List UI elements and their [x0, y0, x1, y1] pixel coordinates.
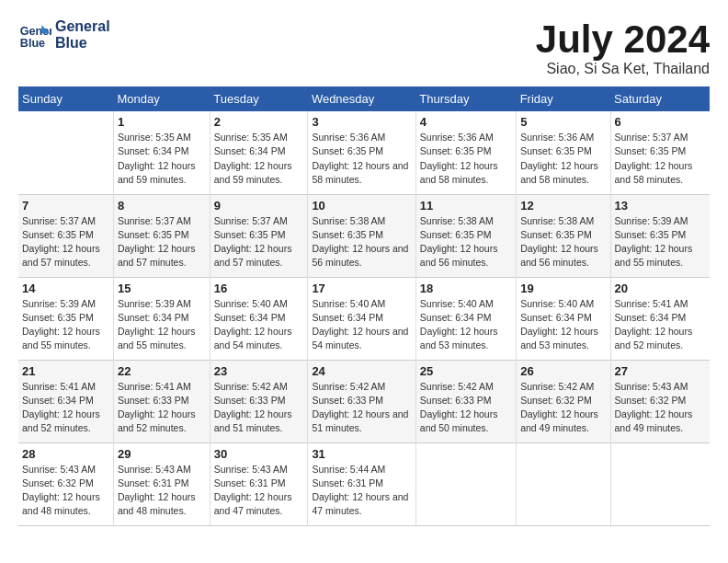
day-number: 8 [118, 199, 206, 213]
calendar-cell: 20Sunrise: 5:41 AMSunset: 6:34 PMDayligh… [610, 277, 710, 360]
header-saturday: Saturday [610, 86, 710, 111]
calendar-cell: 6Sunrise: 5:37 AMSunset: 6:35 PMDaylight… [610, 111, 710, 194]
calendar-cell: 29Sunrise: 5:43 AMSunset: 6:31 PMDayligh… [113, 442, 210, 525]
day-number: 12 [520, 199, 606, 213]
day-info: Sunrise: 5:37 AMSunset: 6:35 PMDaylight:… [118, 214, 206, 270]
header-monday: Monday [113, 86, 210, 111]
day-number: 21 [22, 364, 109, 378]
calendar-week-4: 21Sunrise: 5:41 AMSunset: 6:34 PMDayligh… [18, 360, 710, 442]
calendar-cell [415, 442, 516, 525]
day-info: Sunrise: 5:40 AMSunset: 6:34 PMDaylight:… [312, 297, 411, 353]
calendar-cell [610, 442, 710, 525]
day-number: 9 [214, 199, 304, 213]
header-row: Sunday Monday Tuesday Wednesday Thursday… [18, 86, 710, 111]
calendar-cell: 26Sunrise: 5:42 AMSunset: 6:32 PMDayligh… [517, 360, 610, 442]
day-info: Sunrise: 5:43 AMSunset: 6:31 PMDaylight:… [214, 463, 304, 519]
day-number: 16 [214, 282, 304, 295]
calendar-cell: 2Sunrise: 5:35 AMSunset: 6:34 PMDaylight… [210, 111, 308, 194]
calendar-cell: 7Sunrise: 5:37 AMSunset: 6:35 PMDaylight… [18, 194, 113, 277]
day-number: 30 [214, 447, 304, 461]
day-number: 27 [615, 364, 706, 378]
day-info: Sunrise: 5:42 AMSunset: 6:33 PMDaylight:… [214, 380, 304, 436]
day-info: Sunrise: 5:38 AMSunset: 6:35 PMDaylight:… [420, 214, 512, 270]
calendar-week-3: 14Sunrise: 5:39 AMSunset: 6:35 PMDayligh… [18, 277, 710, 360]
day-number: 4 [420, 115, 512, 129]
calendar-cell: 31Sunrise: 5:44 AMSunset: 6:31 PMDayligh… [308, 442, 415, 525]
day-number: 18 [420, 282, 512, 295]
calendar-cell: 19Sunrise: 5:40 AMSunset: 6:34 PMDayligh… [517, 277, 610, 360]
calendar-cell: 3Sunrise: 5:36 AMSunset: 6:35 PMDaylight… [308, 111, 415, 194]
day-info: Sunrise: 5:38 AMSunset: 6:35 PMDaylight:… [312, 214, 411, 270]
calendar-cell: 21Sunrise: 5:41 AMSunset: 6:34 PMDayligh… [18, 360, 113, 442]
logo: General Blue GeneralBlue [18, 18, 110, 52]
day-number: 29 [118, 447, 206, 461]
day-info: Sunrise: 5:36 AMSunset: 6:35 PMDaylight:… [420, 131, 512, 187]
calendar-cell: 4Sunrise: 5:36 AMSunset: 6:35 PMDaylight… [415, 111, 516, 194]
calendar-cell: 13Sunrise: 5:39 AMSunset: 6:35 PMDayligh… [610, 194, 710, 277]
logo-text: GeneralBlue [55, 18, 110, 52]
day-info: Sunrise: 5:41 AMSunset: 6:34 PMDaylight:… [615, 297, 706, 353]
month-title: July 2024 [536, 18, 710, 61]
page-header: General Blue GeneralBlue July 2024 Siao,… [18, 18, 710, 77]
day-info: Sunrise: 5:41 AMSunset: 6:34 PMDaylight:… [22, 380, 109, 436]
calendar-cell: 8Sunrise: 5:37 AMSunset: 6:35 PMDaylight… [113, 194, 210, 277]
day-number: 19 [520, 282, 606, 295]
day-info: Sunrise: 5:35 AMSunset: 6:34 PMDaylight:… [118, 131, 206, 187]
day-info: Sunrise: 5:42 AMSunset: 6:33 PMDaylight:… [312, 380, 411, 436]
day-info: Sunrise: 5:43 AMSunset: 6:31 PMDaylight:… [118, 463, 206, 519]
day-info: Sunrise: 5:44 AMSunset: 6:31 PMDaylight:… [312, 463, 411, 519]
day-info: Sunrise: 5:37 AMSunset: 6:35 PMDaylight:… [22, 214, 109, 270]
day-info: Sunrise: 5:40 AMSunset: 6:34 PMDaylight:… [520, 297, 606, 353]
calendar-cell: 1Sunrise: 5:35 AMSunset: 6:34 PMDaylight… [113, 111, 210, 194]
calendar-cell: 10Sunrise: 5:38 AMSunset: 6:35 PMDayligh… [308, 194, 415, 277]
day-number: 6 [615, 115, 706, 129]
header-tuesday: Tuesday [210, 86, 308, 111]
header-friday: Friday [517, 86, 610, 111]
day-info: Sunrise: 5:37 AMSunset: 6:35 PMDaylight:… [615, 131, 706, 187]
title-section: July 2024 Siao, Si Sa Ket, Thailand [536, 18, 710, 77]
day-number: 15 [118, 282, 206, 295]
day-info: Sunrise: 5:41 AMSunset: 6:33 PMDaylight:… [118, 380, 206, 436]
day-info: Sunrise: 5:43 AMSunset: 6:32 PMDaylight:… [615, 380, 706, 436]
day-info: Sunrise: 5:42 AMSunset: 6:32 PMDaylight:… [520, 380, 606, 436]
calendar-cell: 16Sunrise: 5:40 AMSunset: 6:34 PMDayligh… [210, 277, 308, 360]
calendar-table: Sunday Monday Tuesday Wednesday Thursday… [18, 86, 710, 526]
day-info: Sunrise: 5:36 AMSunset: 6:35 PMDaylight:… [312, 131, 411, 187]
calendar-cell: 11Sunrise: 5:38 AMSunset: 6:35 PMDayligh… [415, 194, 516, 277]
calendar-cell: 5Sunrise: 5:36 AMSunset: 6:35 PMDaylight… [517, 111, 610, 194]
calendar-cell: 25Sunrise: 5:42 AMSunset: 6:33 PMDayligh… [415, 360, 516, 442]
svg-text:Blue: Blue [20, 37, 45, 50]
day-info: Sunrise: 5:39 AMSunset: 6:35 PMDaylight:… [22, 297, 109, 353]
day-number: 31 [312, 447, 411, 461]
day-info: Sunrise: 5:39 AMSunset: 6:35 PMDaylight:… [615, 214, 706, 270]
day-info: Sunrise: 5:42 AMSunset: 6:33 PMDaylight:… [420, 380, 512, 436]
calendar-cell: 28Sunrise: 5:43 AMSunset: 6:32 PMDayligh… [18, 442, 113, 525]
day-number: 10 [312, 199, 411, 213]
calendar-cell: 22Sunrise: 5:41 AMSunset: 6:33 PMDayligh… [113, 360, 210, 442]
day-number: 5 [520, 115, 606, 129]
day-info: Sunrise: 5:43 AMSunset: 6:32 PMDaylight:… [22, 463, 109, 519]
day-number: 25 [420, 364, 512, 378]
logo-icon: General Blue [18, 18, 51, 52]
header-sunday: Sunday [18, 86, 113, 111]
day-number: 17 [312, 282, 411, 295]
day-number: 2 [214, 115, 304, 129]
day-number: 1 [118, 115, 206, 129]
day-number: 24 [312, 364, 411, 378]
calendar-cell: 9Sunrise: 5:37 AMSunset: 6:35 PMDaylight… [210, 194, 308, 277]
calendar-week-2: 7Sunrise: 5:37 AMSunset: 6:35 PMDaylight… [18, 194, 710, 277]
day-number: 7 [22, 199, 109, 213]
day-number: 20 [615, 282, 706, 295]
day-info: Sunrise: 5:35 AMSunset: 6:34 PMDaylight:… [214, 131, 304, 187]
calendar-cell: 14Sunrise: 5:39 AMSunset: 6:35 PMDayligh… [18, 277, 113, 360]
day-number: 14 [22, 282, 109, 295]
header-thursday: Thursday [415, 86, 516, 111]
header-wednesday: Wednesday [308, 86, 415, 111]
day-info: Sunrise: 5:37 AMSunset: 6:35 PMDaylight:… [214, 214, 304, 270]
calendar-cell: 17Sunrise: 5:40 AMSunset: 6:34 PMDayligh… [308, 277, 415, 360]
calendar-cell: 23Sunrise: 5:42 AMSunset: 6:33 PMDayligh… [210, 360, 308, 442]
calendar-cell: 15Sunrise: 5:39 AMSunset: 6:34 PMDayligh… [113, 277, 210, 360]
calendar-week-5: 28Sunrise: 5:43 AMSunset: 6:32 PMDayligh… [18, 442, 710, 525]
day-info: Sunrise: 5:40 AMSunset: 6:34 PMDaylight:… [214, 297, 304, 353]
day-number: 22 [118, 364, 206, 378]
